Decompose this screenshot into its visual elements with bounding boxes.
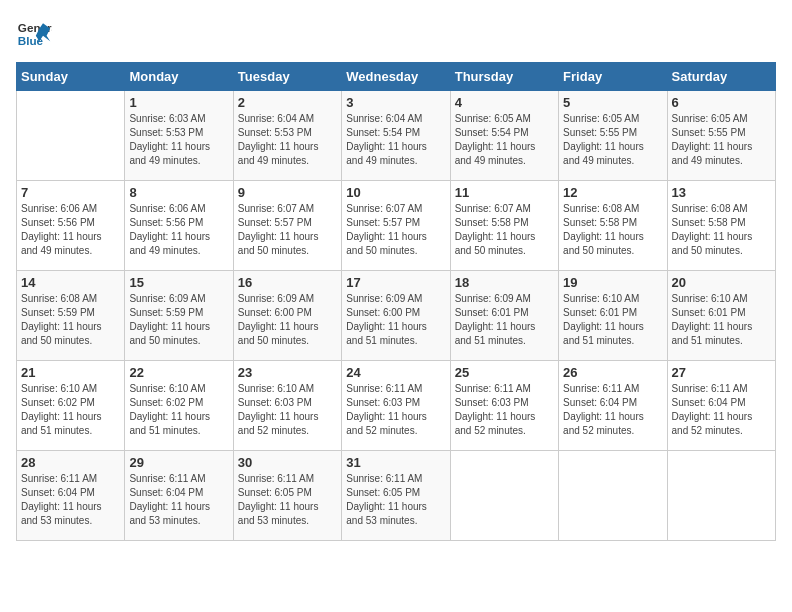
calendar-cell: 20Sunrise: 6:10 AM Sunset: 6:01 PM Dayli…: [667, 271, 775, 361]
day-info: Sunrise: 6:04 AM Sunset: 5:53 PM Dayligh…: [238, 112, 337, 168]
logo: General Blue: [16, 16, 52, 52]
day-number: 15: [129, 275, 228, 290]
calendar-cell: 25Sunrise: 6:11 AM Sunset: 6:03 PM Dayli…: [450, 361, 558, 451]
calendar-cell: 10Sunrise: 6:07 AM Sunset: 5:57 PM Dayli…: [342, 181, 450, 271]
calendar-cell: 13Sunrise: 6:08 AM Sunset: 5:58 PM Dayli…: [667, 181, 775, 271]
day-number: 23: [238, 365, 337, 380]
day-number: 8: [129, 185, 228, 200]
day-number: 18: [455, 275, 554, 290]
day-number: 10: [346, 185, 445, 200]
day-info: Sunrise: 6:11 AM Sunset: 6:04 PM Dayligh…: [21, 472, 120, 528]
day-number: 20: [672, 275, 771, 290]
calendar-cell: 3Sunrise: 6:04 AM Sunset: 5:54 PM Daylig…: [342, 91, 450, 181]
day-info: Sunrise: 6:09 AM Sunset: 6:00 PM Dayligh…: [238, 292, 337, 348]
day-number: 1: [129, 95, 228, 110]
calendar-cell: 30Sunrise: 6:11 AM Sunset: 6:05 PM Dayli…: [233, 451, 341, 541]
day-info: Sunrise: 6:09 AM Sunset: 5:59 PM Dayligh…: [129, 292, 228, 348]
day-number: 2: [238, 95, 337, 110]
calendar-cell: 28Sunrise: 6:11 AM Sunset: 6:04 PM Dayli…: [17, 451, 125, 541]
weekday-header: Sunday: [17, 63, 125, 91]
day-info: Sunrise: 6:11 AM Sunset: 6:04 PM Dayligh…: [672, 382, 771, 438]
calendar-cell: 4Sunrise: 6:05 AM Sunset: 5:54 PM Daylig…: [450, 91, 558, 181]
calendar-cell: 7Sunrise: 6:06 AM Sunset: 5:56 PM Daylig…: [17, 181, 125, 271]
day-number: 11: [455, 185, 554, 200]
day-info: Sunrise: 6:08 AM Sunset: 5:59 PM Dayligh…: [21, 292, 120, 348]
day-info: Sunrise: 6:11 AM Sunset: 6:05 PM Dayligh…: [346, 472, 445, 528]
day-info: Sunrise: 6:07 AM Sunset: 5:57 PM Dayligh…: [346, 202, 445, 258]
calendar-cell: [667, 451, 775, 541]
day-number: 9: [238, 185, 337, 200]
calendar-week-row: 14Sunrise: 6:08 AM Sunset: 5:59 PM Dayli…: [17, 271, 776, 361]
calendar-header-row: SundayMondayTuesdayWednesdayThursdayFrid…: [17, 63, 776, 91]
weekday-header: Wednesday: [342, 63, 450, 91]
calendar-cell: 16Sunrise: 6:09 AM Sunset: 6:00 PM Dayli…: [233, 271, 341, 361]
calendar-cell: 12Sunrise: 6:08 AM Sunset: 5:58 PM Dayli…: [559, 181, 667, 271]
calendar-cell: 26Sunrise: 6:11 AM Sunset: 6:04 PM Dayli…: [559, 361, 667, 451]
day-number: 12: [563, 185, 662, 200]
day-number: 29: [129, 455, 228, 470]
day-number: 16: [238, 275, 337, 290]
calendar-cell: 29Sunrise: 6:11 AM Sunset: 6:04 PM Dayli…: [125, 451, 233, 541]
day-number: 24: [346, 365, 445, 380]
weekday-header: Saturday: [667, 63, 775, 91]
calendar-cell: 19Sunrise: 6:10 AM Sunset: 6:01 PM Dayli…: [559, 271, 667, 361]
calendar-cell: 1Sunrise: 6:03 AM Sunset: 5:53 PM Daylig…: [125, 91, 233, 181]
day-number: 21: [21, 365, 120, 380]
day-info: Sunrise: 6:05 AM Sunset: 5:55 PM Dayligh…: [563, 112, 662, 168]
day-info: Sunrise: 6:11 AM Sunset: 6:05 PM Dayligh…: [238, 472, 337, 528]
day-info: Sunrise: 6:10 AM Sunset: 6:01 PM Dayligh…: [672, 292, 771, 348]
day-info: Sunrise: 6:10 AM Sunset: 6:02 PM Dayligh…: [129, 382, 228, 438]
day-info: Sunrise: 6:06 AM Sunset: 5:56 PM Dayligh…: [129, 202, 228, 258]
day-number: 19: [563, 275, 662, 290]
calendar-cell: 14Sunrise: 6:08 AM Sunset: 5:59 PM Dayli…: [17, 271, 125, 361]
day-number: 6: [672, 95, 771, 110]
day-info: Sunrise: 6:07 AM Sunset: 5:57 PM Dayligh…: [238, 202, 337, 258]
weekday-header: Thursday: [450, 63, 558, 91]
calendar-cell: 24Sunrise: 6:11 AM Sunset: 6:03 PM Dayli…: [342, 361, 450, 451]
day-info: Sunrise: 6:11 AM Sunset: 6:04 PM Dayligh…: [129, 472, 228, 528]
day-number: 4: [455, 95, 554, 110]
day-number: 22: [129, 365, 228, 380]
day-number: 30: [238, 455, 337, 470]
day-info: Sunrise: 6:10 AM Sunset: 6:01 PM Dayligh…: [563, 292, 662, 348]
calendar-cell: 31Sunrise: 6:11 AM Sunset: 6:05 PM Dayli…: [342, 451, 450, 541]
calendar-cell: 18Sunrise: 6:09 AM Sunset: 6:01 PM Dayli…: [450, 271, 558, 361]
calendar-cell: 15Sunrise: 6:09 AM Sunset: 5:59 PM Dayli…: [125, 271, 233, 361]
weekday-header: Monday: [125, 63, 233, 91]
day-number: 31: [346, 455, 445, 470]
day-info: Sunrise: 6:03 AM Sunset: 5:53 PM Dayligh…: [129, 112, 228, 168]
calendar-cell: 27Sunrise: 6:11 AM Sunset: 6:04 PM Dayli…: [667, 361, 775, 451]
day-info: Sunrise: 6:10 AM Sunset: 6:03 PM Dayligh…: [238, 382, 337, 438]
calendar-cell: 23Sunrise: 6:10 AM Sunset: 6:03 PM Dayli…: [233, 361, 341, 451]
calendar-cell: 8Sunrise: 6:06 AM Sunset: 5:56 PM Daylig…: [125, 181, 233, 271]
calendar-cell: 2Sunrise: 6:04 AM Sunset: 5:53 PM Daylig…: [233, 91, 341, 181]
day-number: 25: [455, 365, 554, 380]
day-number: 3: [346, 95, 445, 110]
calendar-week-row: 28Sunrise: 6:11 AM Sunset: 6:04 PM Dayli…: [17, 451, 776, 541]
calendar-table: SundayMondayTuesdayWednesdayThursdayFrid…: [16, 62, 776, 541]
calendar-cell: [559, 451, 667, 541]
day-info: Sunrise: 6:09 AM Sunset: 6:01 PM Dayligh…: [455, 292, 554, 348]
day-number: 13: [672, 185, 771, 200]
calendar-cell: 9Sunrise: 6:07 AM Sunset: 5:57 PM Daylig…: [233, 181, 341, 271]
day-number: 7: [21, 185, 120, 200]
calendar-cell: 5Sunrise: 6:05 AM Sunset: 5:55 PM Daylig…: [559, 91, 667, 181]
calendar-week-row: 7Sunrise: 6:06 AM Sunset: 5:56 PM Daylig…: [17, 181, 776, 271]
calendar-cell: [17, 91, 125, 181]
calendar-cell: 17Sunrise: 6:09 AM Sunset: 6:00 PM Dayli…: [342, 271, 450, 361]
day-info: Sunrise: 6:08 AM Sunset: 5:58 PM Dayligh…: [563, 202, 662, 258]
calendar-cell: 11Sunrise: 6:07 AM Sunset: 5:58 PM Dayli…: [450, 181, 558, 271]
calendar-cell: 22Sunrise: 6:10 AM Sunset: 6:02 PM Dayli…: [125, 361, 233, 451]
day-info: Sunrise: 6:05 AM Sunset: 5:54 PM Dayligh…: [455, 112, 554, 168]
calendar-cell: 6Sunrise: 6:05 AM Sunset: 5:55 PM Daylig…: [667, 91, 775, 181]
day-number: 5: [563, 95, 662, 110]
day-info: Sunrise: 6:09 AM Sunset: 6:00 PM Dayligh…: [346, 292, 445, 348]
day-number: 27: [672, 365, 771, 380]
calendar-cell: 21Sunrise: 6:10 AM Sunset: 6:02 PM Dayli…: [17, 361, 125, 451]
calendar-week-row: 21Sunrise: 6:10 AM Sunset: 6:02 PM Dayli…: [17, 361, 776, 451]
day-info: Sunrise: 6:07 AM Sunset: 5:58 PM Dayligh…: [455, 202, 554, 258]
calendar-week-row: 1Sunrise: 6:03 AM Sunset: 5:53 PM Daylig…: [17, 91, 776, 181]
day-info: Sunrise: 6:11 AM Sunset: 6:04 PM Dayligh…: [563, 382, 662, 438]
day-info: Sunrise: 6:05 AM Sunset: 5:55 PM Dayligh…: [672, 112, 771, 168]
logo-icon: General Blue: [16, 16, 52, 52]
